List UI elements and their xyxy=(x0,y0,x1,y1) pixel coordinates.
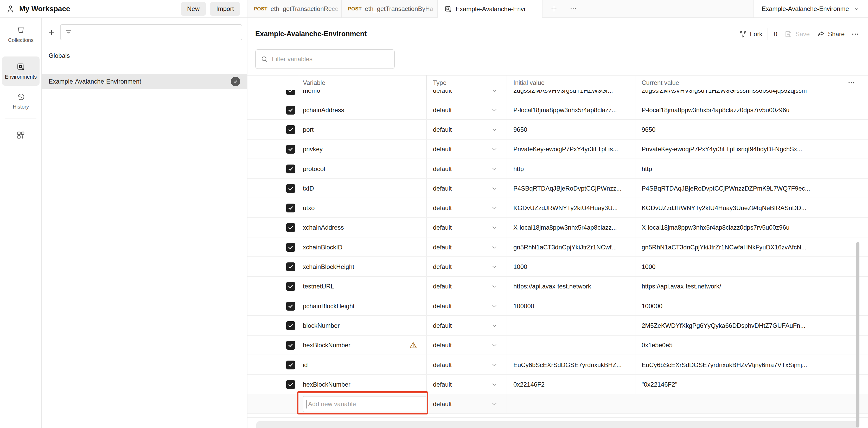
row-checkbox[interactable] xyxy=(286,204,295,212)
initial-value-cell[interactable]: P-local18jma8ppw3nhx5r4ap8clazz... xyxy=(506,100,635,120)
workspace-title[interactable]: My Workspace xyxy=(19,5,70,13)
current-value-cell[interactable]: EuCy6bScEXrSdDGSE7yrdnxukBHZvVtjny6ma7VT… xyxy=(635,355,868,375)
current-value-cell[interactable]: "0x22146F2" xyxy=(635,375,868,394)
type-select[interactable]: default xyxy=(426,140,506,159)
variable-name-cell[interactable]: memo xyxy=(299,90,426,100)
import-button[interactable]: Import xyxy=(210,2,240,16)
current-value-cell[interactable]: 9650 xyxy=(635,120,868,139)
initial-value-cell[interactable]: KGDvUZzdJRWNYTy2ktU4Huay3U... xyxy=(506,198,635,218)
initial-value-cell[interactable]: EuCy6bScEXrSdDGSE7yrdnxukBHZ... xyxy=(506,355,635,375)
variable-name-cell[interactable]: port xyxy=(299,120,426,139)
type-select[interactable]: default xyxy=(426,198,506,218)
type-select[interactable]: default xyxy=(426,159,506,179)
variable-name-cell[interactable]: utxo xyxy=(299,198,426,218)
add-row-type-select[interactable]: default xyxy=(426,394,506,414)
type-select[interactable]: default xyxy=(426,179,506,198)
row-checkbox[interactable] xyxy=(286,341,295,350)
initial-value-cell[interactable]: X-local18jma8ppw3nhx5r4ap8clazz... xyxy=(506,218,635,237)
row-checkbox[interactable] xyxy=(286,145,295,153)
current-value-cell[interactable]: PrivateKey-ewoqjP7PxY4yr3iLTpLisriqt94hd… xyxy=(635,140,868,159)
initial-value-cell[interactable]: P4SBqRTDAqJBjeRoDvptCCjPWnzz... xyxy=(506,179,635,198)
type-select[interactable]: default xyxy=(426,100,506,120)
variable-name-cell[interactable]: id xyxy=(299,355,426,375)
add-row-current-cell[interactable] xyxy=(635,394,868,414)
row-checkbox[interactable] xyxy=(286,243,295,252)
tab-environment-active[interactable]: Example-Avalanche-Envi xyxy=(437,0,542,18)
initial-value-cell[interactable]: http xyxy=(506,159,635,179)
configure-sidebar-icon[interactable] xyxy=(16,131,26,140)
variable-name-cell[interactable]: xchainBlockID xyxy=(299,237,426,257)
row-checkbox[interactable] xyxy=(286,262,295,271)
type-select[interactable]: default xyxy=(426,120,506,139)
type-select[interactable]: default xyxy=(426,296,506,316)
variable-name-cell[interactable]: protocol xyxy=(299,159,426,179)
sidebar-item-history[interactable]: History xyxy=(2,89,39,113)
list-item-globals[interactable]: Globals xyxy=(42,48,247,63)
add-new-variable-input[interactable] xyxy=(303,396,426,412)
type-select[interactable]: default xyxy=(426,90,506,100)
type-select[interactable]: default xyxy=(426,218,506,237)
filter-variables-input[interactable] xyxy=(272,55,390,63)
type-select[interactable]: default xyxy=(426,237,506,257)
more-options-icon[interactable] xyxy=(851,30,859,38)
fork-button[interactable]: Fork xyxy=(739,30,762,38)
add-environment-button[interactable] xyxy=(45,26,58,38)
fork-count[interactable]: 0 xyxy=(774,30,777,38)
initial-value-cell[interactable]: PrivateKey-ewoqjP7PxY4yr3iLTpLis... xyxy=(506,140,635,159)
variable-name-cell[interactable]: pchainAddress xyxy=(299,100,426,120)
row-checkbox[interactable] xyxy=(286,90,295,95)
initial-value-cell[interactable] xyxy=(506,316,635,335)
row-checkbox[interactable] xyxy=(286,361,295,369)
variable-name-cell[interactable]: pchainBlockHeight xyxy=(299,296,426,316)
variable-name-cell[interactable]: blockNumber xyxy=(299,316,426,335)
current-value-cell[interactable]: P-local18jma8ppw3nhx5r4ap8clazz0dps7rv5u… xyxy=(635,100,868,120)
tab-request-1[interactable]: POST eth_getTransactionRece xyxy=(247,0,342,18)
initial-value-cell[interactable]: 1000 xyxy=(506,257,635,277)
vertical-scrollbar[interactable] xyxy=(856,242,860,427)
initial-value-cell[interactable]: 100000 xyxy=(506,296,635,316)
variable-name-cell[interactable]: txID xyxy=(299,179,426,198)
variable-name-cell[interactable]: hexBlockNumber xyxy=(299,336,426,355)
initial-value-cell[interactable]: 0x22146F2 xyxy=(506,375,635,394)
variable-name-cell[interactable]: privkey xyxy=(299,140,426,159)
active-environment-check-icon[interactable] xyxy=(231,77,240,86)
current-value-cell[interactable]: 1000 xyxy=(635,257,868,277)
row-checkbox[interactable] xyxy=(286,184,295,193)
sidebar-item-environments[interactable]: Environments xyxy=(2,57,39,86)
row-checkbox[interactable] xyxy=(286,282,295,291)
type-select[interactable]: default xyxy=(426,277,506,296)
sidebar-search-box[interactable] xyxy=(60,24,242,40)
tab-options-icon[interactable] xyxy=(567,3,579,15)
initial-value-cell[interactable]: 9650 xyxy=(506,120,635,139)
current-value-cell[interactable]: http xyxy=(635,159,868,179)
current-value-cell[interactable]: 100000 xyxy=(635,296,868,316)
current-value-cell[interactable]: https://api.avax-test.network/ xyxy=(635,277,868,296)
save-button[interactable]: Save xyxy=(784,30,810,38)
type-select[interactable]: default xyxy=(426,316,506,335)
initial-value-cell[interactable] xyxy=(506,336,635,355)
row-checkbox[interactable] xyxy=(286,223,295,232)
sidebar-item-collections[interactable]: Collections xyxy=(2,23,39,46)
variable-name-cell[interactable]: xchainAddress xyxy=(299,218,426,237)
variable-name-cell[interactable]: xchainBlockHeight xyxy=(299,257,426,277)
initial-value-cell[interactable]: gn5RhN1aCT3dnCpjYkiJtrZr1NCwf... xyxy=(506,237,635,257)
type-select[interactable]: default xyxy=(426,336,506,355)
current-value-cell[interactable]: X-local18jma8ppw3nhx5r4ap8clazz0dps7rv5u… xyxy=(635,218,868,237)
share-button[interactable]: Share xyxy=(817,30,845,38)
current-value-cell[interactable]: 2M5ZeKWDYfXkgPg6YyQyka66DDsphvDHtZ7GUFAu… xyxy=(635,316,868,335)
environment-selector[interactable]: Example-Avalanche-Environme xyxy=(753,0,868,18)
type-select[interactable]: default xyxy=(426,355,506,375)
list-item-environment[interactable]: Example-Avalanche-Environment xyxy=(42,74,247,89)
initial-value-cell[interactable]: https://api.avax-test.network xyxy=(506,277,635,296)
add-row-initial-cell[interactable] xyxy=(506,394,635,414)
new-tab-button[interactable] xyxy=(548,3,560,15)
current-value-cell[interactable]: KGDvUZzdJRWNYTy2ktU4Huay3UueZ94qNeBfRASn… xyxy=(635,198,868,218)
current-value-cell[interactable]: 0x1e5e0e5 xyxy=(635,336,868,355)
row-checkbox[interactable] xyxy=(286,380,295,389)
row-checkbox[interactable] xyxy=(286,321,295,330)
variable-name-cell[interactable]: testnetURL xyxy=(299,277,426,296)
row-checkbox[interactable] xyxy=(286,125,295,134)
initial-value-cell[interactable]: 2ugssiZMAsVHV3rgsdT1HZW3Gr... xyxy=(506,90,635,100)
current-value-cell[interactable]: 2ugssiZMAsVHV3rgsdT1HZW3Grsssnnss6bsu4jq… xyxy=(635,90,868,100)
variable-name-cell[interactable]: hexBlockNumber xyxy=(299,375,426,394)
